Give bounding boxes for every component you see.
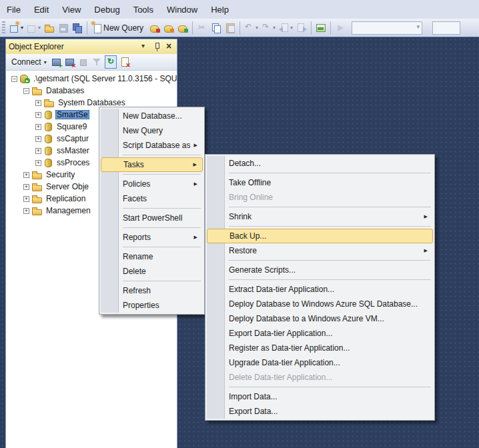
menu-item-properties[interactable]: Properties [101, 298, 203, 313]
activity-monitor-button[interactable] [314, 21, 328, 35]
toolbar-separator [311, 21, 312, 35]
menu-tools[interactable]: Tools [127, 1, 160, 18]
tree-node--getsmart-sql-server-11-0-3156-squa[interactable]: −.\getsmart (SQL Server 11.0.3156 - SQUA [6, 73, 177, 85]
menu-item-label: Generate Scripts... [229, 265, 296, 275]
menu-item-take-offline[interactable]: Take Offline [207, 175, 433, 190]
folder-icon [32, 86, 42, 95]
mdx-query-icon [149, 23, 160, 33]
window-position-menu-icon[interactable] [139, 41, 150, 52]
menu-item-policies[interactable]: Policies▶ [101, 177, 203, 191]
refresh-icon[interactable] [105, 55, 117, 69]
menu-window[interactable]: Window [160, 1, 204, 18]
menu-item-restore[interactable]: Restore▶ [207, 243, 433, 258]
connect-button[interactable]: Connect ▾ [9, 56, 49, 68]
toolbar-combobox-partial[interactable] [432, 21, 460, 35]
menu-debug[interactable]: Debug [87, 1, 126, 18]
menu-item-refresh[interactable]: Refresh [101, 283, 203, 298]
tree-node-label: Square9 [55, 122, 88, 131]
save-all-button[interactable] [71, 21, 84, 35]
navigate-forward-button[interactable] [295, 21, 308, 35]
menu-file[interactable]: File [0, 1, 27, 18]
menu-item-deploy-database-to-windows-azure-sql-database[interactable]: Deploy Database to Windows Azure SQL Dat… [207, 297, 433, 311]
tree-expander[interactable]: + [23, 208, 29, 214]
menu-item-label: Facets [123, 194, 147, 203]
open-file-button[interactable] [43, 21, 56, 35]
save-button[interactable] [57, 21, 70, 35]
tree-expander[interactable]: + [35, 112, 41, 118]
menu-item-rename[interactable]: Rename [101, 249, 203, 264]
tree-expander[interactable]: + [35, 160, 41, 166]
menu-item-upgrade-data-tier-application[interactable]: Upgrade Data-tier Application... [207, 355, 433, 370]
tree-expander[interactable]: + [23, 184, 29, 190]
tree-node-label: System Databases [57, 98, 127, 107]
menu-item-back-up[interactable]: Back Up... [207, 229, 433, 243]
tree-expander[interactable]: − [11, 76, 17, 82]
toolbar-separator [330, 21, 331, 35]
menu-item-export-data-tier-application[interactable]: Export Data-tier Application... [207, 326, 433, 341]
nav-back-icon [279, 23, 290, 33]
stop-icon[interactable] [78, 57, 89, 67]
close-icon[interactable] [163, 41, 174, 52]
connect-server-icon[interactable] [51, 57, 62, 67]
menu-item-import-data[interactable]: Import Data... [207, 389, 433, 404]
menu-item-shrink[interactable]: Shrink▶ [207, 209, 433, 224]
paste-button[interactable] [223, 21, 237, 35]
mdx-query-button[interactable] [148, 21, 161, 35]
new-item-icon [9, 23, 20, 33]
copy-button[interactable] [209, 21, 223, 35]
menu-item-extract-data-tier-application[interactable]: Extract Data-tier Application... [207, 282, 433, 297]
menu-separator [229, 279, 431, 280]
menu-item-label: Register as Data-tier Application... [229, 343, 350, 353]
toolbar-combobox[interactable] [352, 21, 422, 35]
tree-expander[interactable]: + [35, 136, 41, 142]
tree-expander[interactable]: + [23, 172, 29, 178]
new-item-button[interactable]: ▾ [8, 21, 25, 35]
menu-item-new-database[interactable]: New Database... [101, 109, 203, 123]
oe-toolbar-icons [51, 55, 130, 69]
dmx-query-button[interactable] [162, 21, 175, 35]
menu-item-bring-online[interactable]: Bring Online [207, 190, 433, 205]
tree-expander[interactable]: + [35, 100, 41, 106]
xmla-query-icon [177, 23, 188, 33]
menu-item-start-powershell[interactable]: Start PowerShell [101, 211, 203, 225]
menu-item-label: Extract Data-tier Application... [229, 285, 334, 294]
add-item-button[interactable]: ▾ [25, 21, 42, 35]
menu-item-register-as-data-tier-application[interactable]: Register as Data-tier Application... [207, 341, 433, 355]
cut-icon [197, 23, 207, 33]
menu-edit[interactable]: Edit [27, 1, 55, 18]
tree-expander[interactable]: + [35, 124, 41, 130]
tree-expander[interactable]: − [23, 88, 29, 94]
menu-item-delete[interactable]: Delete [101, 264, 203, 279]
tree-node-label: .\getsmart (SQL Server 11.0.3156 - SQUA [32, 74, 177, 83]
menu-item-export-data[interactable]: Export Data... [207, 404, 433, 419]
menu-item-new-query[interactable]: New Query [101, 123, 203, 138]
undo-button[interactable]: ▾ [243, 21, 260, 35]
menu-help[interactable]: Help [204, 1, 235, 18]
redo-button[interactable]: ▾ [260, 21, 277, 35]
menu-item-script-database-as[interactable]: Script Database as▶ [101, 138, 203, 153]
menu-item-reports[interactable]: Reports▶ [101, 230, 203, 245]
tree-node-label: Managemen [45, 206, 92, 215]
menu-item-delete-data-tier-application[interactable]: Delete Data-tier Application... [207, 370, 433, 385]
menu-item-tasks[interactable]: Tasks▶ [101, 157, 203, 172]
execute-button[interactable] [334, 21, 347, 35]
disconnect-server-icon[interactable] [65, 57, 75, 67]
navigate-back-button[interactable]: ▾ [278, 21, 294, 35]
script-error-icon[interactable] [119, 57, 130, 67]
tree-expander[interactable]: + [35, 148, 41, 154]
new-query-button[interactable]: New Query [90, 21, 147, 35]
xmla-query-button[interactable] [176, 21, 189, 35]
menu-item-deploy-database-to-a-windows-azure-vm[interactable]: Deploy Database to a Windows Azure VM... [207, 311, 433, 326]
cut-button[interactable] [195, 21, 209, 35]
filter-icon[interactable] [91, 57, 102, 67]
menu-item-facets[interactable]: Facets [101, 191, 203, 206]
menu-item-generate-scripts[interactable]: Generate Scripts... [207, 263, 433, 277]
menu-item-detach[interactable]: Detach... [207, 156, 433, 171]
auto-hide-pin-icon[interactable] [151, 41, 162, 52]
tree-node-label: ssCaptur [55, 134, 90, 143]
menu-separator [123, 227, 201, 228]
menu-separator [123, 155, 201, 155]
menu-view[interactable]: View [55, 1, 87, 18]
tree-node-databases[interactable]: −Databases [6, 85, 177, 97]
tree-expander[interactable]: + [23, 196, 29, 202]
